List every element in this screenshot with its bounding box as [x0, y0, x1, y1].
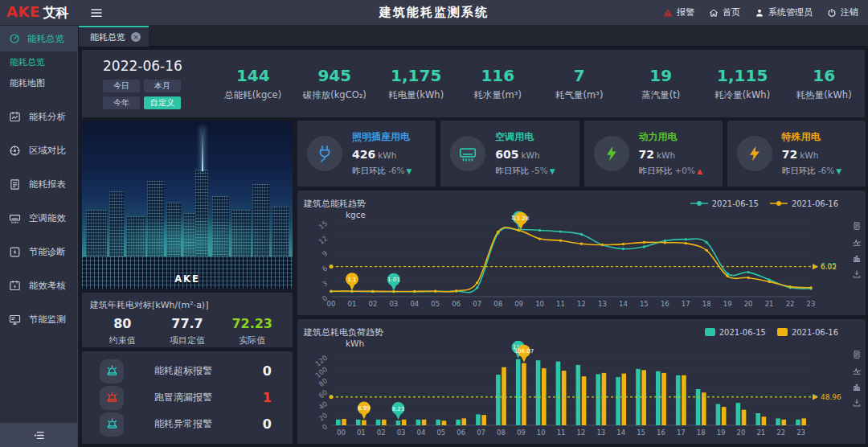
bar-chart: 0204060801001200001020304050607080910111… — [304, 349, 859, 439]
svg-text:0: 0 — [321, 423, 329, 432]
y-axis-unit: kWh — [346, 338, 859, 349]
sidebar-item-energy-diagnosis[interactable]: 节能诊断 — [0, 235, 77, 269]
bar-toggle-icon[interactable] — [852, 382, 862, 392]
card-icon-circle — [594, 136, 629, 171]
svg-text:00: 00 — [337, 429, 346, 437]
data-view-icon[interactable] — [852, 221, 862, 231]
svg-text:21: 21 — [765, 300, 774, 308]
sidebar-item-label: 区域对比 — [29, 145, 66, 157]
sidebar-item-energy-analysis[interactable]: 能耗分析 — [0, 100, 77, 133]
svg-text:19: 19 — [723, 300, 732, 308]
alarm-row-abnormal[interactable]: 能耗异常报警 0 — [82, 412, 293, 437]
sidebar-item-energy-overview-group[interactable]: 能耗总览 — [0, 26, 77, 51]
compare-label: 昨日环比 — [639, 166, 673, 175]
svg-text:07: 07 — [477, 429, 485, 437]
line-toggle-icon[interactable] — [852, 366, 862, 375]
svg-text:21: 21 — [756, 429, 765, 437]
benchmark-value: 80 — [90, 316, 155, 331]
alarm-count: 1 — [263, 390, 272, 405]
legend-label: 2021-06-15 — [719, 328, 766, 337]
bar-toggle-icon[interactable] — [852, 253, 862, 263]
range-year-button[interactable]: 今年 — [103, 96, 140, 109]
svg-text:18: 18 — [697, 429, 706, 437]
change-value: +0% — [675, 166, 695, 175]
svg-text:00: 00 — [327, 300, 336, 308]
card-title: 特殊用电 — [782, 130, 841, 144]
legend-item[interactable]: 2021-06-16 — [777, 328, 838, 337]
svg-text:20: 20 — [737, 429, 746, 437]
stat-value: 144 — [212, 66, 294, 85]
app-header: AKE 艾科 建筑能耗监测系统 报警 首页 系统管理员 注销 — [0, 0, 868, 26]
card-value: 426 — [352, 148, 375, 161]
user-icon — [754, 7, 765, 18]
alarm-label: 跑冒滴漏报警 — [154, 391, 212, 404]
svg-text:09: 09 — [517, 429, 526, 437]
svg-text:07: 07 — [473, 300, 481, 308]
card-dynamic-power[interactable]: 动力用电 72kWh 昨日环比+0%▲ — [584, 121, 723, 187]
benchmark-title: 建筑年耗电对标[kWh/(m²·a)] — [90, 299, 285, 311]
sidebar-item-label: 能效考核 — [29, 280, 66, 292]
sidebar-collapse-button[interactable] — [0, 423, 77, 447]
sidebar-item-efficiency-assessment[interactable]: 能效考核 — [0, 269, 77, 302]
card-compare-row: 昨日环比-6%▼ — [782, 166, 841, 177]
sidebar-item-hvac-efficiency[interactable]: 空调能效 — [0, 201, 77, 235]
data-view-icon[interactable] — [852, 350, 862, 359]
chart-head: 建筑总耗电负荷趋势 2021-06-15 2021-06-16 — [304, 326, 859, 338]
stat-label: 耗冷量(kWh) — [702, 89, 784, 101]
sidebar-subitem-energy-map[interactable]: 能耗地图 — [0, 72, 77, 93]
logout-button[interactable]: 注销 — [826, 6, 858, 18]
tab-label: 能耗总览 — [90, 31, 125, 43]
legend-item[interactable]: 2021-06-15 — [690, 199, 759, 208]
alarm-badge — [100, 412, 124, 437]
alarm-row-over-limit[interactable]: 能耗超标报警 0 — [82, 359, 293, 383]
legend-item[interactable]: 2021-06-16 — [770, 199, 838, 208]
bolt-icon — [601, 143, 622, 164]
download-icon[interactable] — [852, 398, 862, 408]
alarm-row-leakage[interactable]: 跑冒滴漏报警 1 — [82, 386, 293, 410]
benchmark-project: 77.7项目定值 — [155, 316, 220, 347]
svg-text:12: 12 — [317, 234, 330, 246]
range-custom-button[interactable]: 自定义 — [144, 96, 181, 109]
tab-energy-overview[interactable]: 能耗总览 × — [79, 26, 149, 47]
svg-text:120: 120 — [313, 354, 329, 368]
alarm-button[interactable]: 报警 — [662, 6, 694, 18]
card-body: 照明插座用电 426kWh 昨日环比-6%▼ — [352, 130, 411, 177]
card-body: 动力用电 72kWh 昨日环比+0%▲ — [639, 130, 702, 177]
benchmark-label: 项目定值 — [155, 334, 220, 347]
svg-text:13: 13 — [598, 300, 607, 308]
svg-text:08: 08 — [493, 300, 502, 308]
svg-text:04: 04 — [410, 300, 419, 308]
brand-logo[interactable]: AKE 艾科 — [0, 3, 78, 22]
card-special-power[interactable]: 特殊用电 72kWh 昨日环比-6%▼ — [727, 121, 866, 187]
svg-text:1.01: 1.01 — [387, 277, 400, 283]
sidebar-item-energy-monitoring[interactable]: 节能监测 — [0, 302, 77, 336]
sidebar-items: 能耗分析 区域对比 能耗报表 空调能效 节能诊断 能效考核 — [0, 100, 77, 336]
card-lighting-sockets[interactable]: 照明插座用电 426kWh 昨日环比-6%▼ — [297, 121, 436, 187]
home-button[interactable]: 首页 — [708, 6, 740, 18]
range-month-button[interactable]: 本月 — [144, 80, 181, 92]
sidebar-item-energy-report[interactable]: 能耗报表 — [0, 167, 77, 201]
card-value-row: 72kWh — [782, 148, 841, 161]
stat-total-energy: 144总能耗(kgce) — [212, 66, 294, 101]
card-hvac-power[interactable]: 空调用电 605kWh 昨日环比-5%▼ — [440, 121, 579, 187]
assessment-icon — [8, 279, 22, 293]
analysis-icon — [8, 110, 22, 124]
menu-toggle-icon[interactable] — [89, 6, 104, 20]
change-value: -6% — [388, 166, 404, 175]
siren-icon — [104, 363, 120, 379]
line-toggle-icon[interactable] — [852, 237, 862, 247]
stat-value: 1,115 — [702, 66, 784, 85]
sidebar-subitem-energy-overview[interactable]: 能耗总览 — [0, 51, 77, 72]
legend-item[interactable]: 2021-06-15 — [705, 328, 766, 337]
home-icon — [708, 7, 719, 18]
user-menu[interactable]: 系统管理员 — [754, 6, 813, 18]
tab-close-icon[interactable]: × — [131, 32, 141, 42]
stat-heat: 16耗热量(kWh) — [784, 66, 866, 101]
sidebar-item-label: 能耗报表 — [29, 178, 66, 191]
download-icon[interactable] — [852, 269, 862, 279]
sidebar-item-region-compare[interactable]: 区域对比 — [0, 133, 77, 167]
range-today-button[interactable]: 今日 — [103, 80, 140, 92]
card-compare-row: 昨日环比+0%▲ — [639, 166, 702, 177]
right-column: 照明插座用电 426kWh 昨日环比-6%▼ 空调用电 605kWh 昨日环比-… — [297, 121, 866, 444]
stat-value: 7 — [538, 66, 620, 85]
